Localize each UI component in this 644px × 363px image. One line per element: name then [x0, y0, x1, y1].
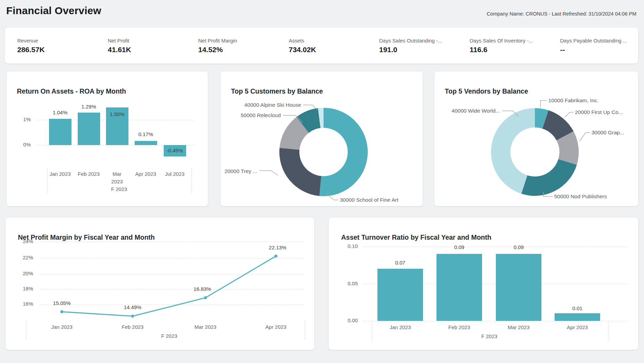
bar-Mar 2023[interactable]: [496, 254, 541, 321]
bar-value-label: 1.50%: [110, 111, 125, 117]
bar-value-label: 1.29%: [81, 104, 96, 109]
customers-donut-plot: 40000 Alpine Ski House50000 Relecloud200…: [221, 71, 423, 206]
financial-overview-dashboard: Financial Overview Company Name: CRONUS …: [0, 0, 644, 363]
kpi-label: Days Sales Outstanding -...: [379, 38, 457, 44]
kpi-net-profit[interactable]: Net Profit 41.61K: [95, 38, 186, 54]
kpi-days-sales-of-inventory[interactable]: Days Sales Of Inventory -... 116.6: [457, 38, 548, 54]
line-point-Apr 2023[interactable]: [275, 255, 278, 258]
y-axis-tick: 0.00: [329, 317, 358, 323]
bar-value-label: 1.04%: [53, 109, 68, 115]
donut-slice-label: 40000 Wide World...: [452, 108, 500, 114]
bar-Apr 2023[interactable]: [555, 313, 600, 321]
x-axis-label: 2023: [111, 179, 123, 184]
bar-Apr 2023[interactable]: [135, 141, 157, 145]
kpi-label: Net Profit Margin: [198, 38, 276, 44]
donut-slice-label: 20000 Trey ...: [224, 168, 257, 174]
x-axis-label: Apr 2023: [266, 324, 287, 330]
top-vendors-chart-card: Top 5 Vendors by Balance 10000 Fabrikam,…: [434, 71, 638, 206]
donut-slice-label: 30000 Grap...: [592, 130, 624, 135]
roa-plot: 1%0%1.04%1.29%1.50%0.17%-0.45%Jan 2023Fe…: [7, 71, 208, 206]
donut-chart: 40000 Alpine Ski House50000 Relecloud200…: [221, 71, 423, 206]
donut-slice-label: 20000 First Up Co...: [575, 109, 623, 115]
callout-line: [540, 101, 547, 107]
y-gridline: [363, 247, 628, 247]
line-point-Jan 2023[interactable]: [60, 310, 64, 313]
kpi-value: 734.02K: [289, 46, 367, 54]
y-axis-tick: 1%: [7, 116, 31, 122]
kpi-value: 41.61K: [108, 46, 186, 54]
x-axis-label: Jan 2023: [390, 324, 411, 330]
bar-value-label: 0.07: [395, 260, 405, 266]
fiscal-year-label: F 2023: [481, 333, 498, 339]
callout-line: [579, 133, 590, 141]
y-axis-tick: 0%: [7, 142, 31, 147]
y-axis-tick: 0.10: [329, 243, 358, 249]
donut-slice-30000 School of Fine Art[interactable]: [319, 108, 368, 196]
net-profit-margin-plot: 24%22%20%18%16%15.05%14.49%16.83%22.13%J…: [6, 218, 314, 350]
point-value-label: 14.49%: [124, 304, 142, 310]
donut-slice-label: 10000 Fabrikam, Inc.: [548, 97, 599, 103]
kpi-label: Revenue: [17, 38, 95, 44]
kpi-assets[interactable]: Assets 734.02K: [276, 38, 367, 54]
kpi-label: Assets: [289, 38, 367, 44]
line-series: [62, 256, 276, 316]
donut-chart: 10000 Fabrikam, Inc.20000 First Up Co...…: [434, 71, 638, 206]
kpi-net-profit-margin[interactable]: Net Profit Margin 14.52%: [186, 38, 276, 54]
line-chart: [6, 218, 314, 350]
donut-slice-label: 30000 School of Fine Art: [340, 197, 398, 203]
x-axis-label: Jan 2023: [51, 324, 73, 330]
page-title: Financial Overview: [6, 5, 101, 17]
kpi-label: Days Sales Of Inventory -...: [470, 38, 548, 44]
donut-slice-label: 50000 Relecloud: [241, 112, 281, 118]
kpi-revenue[interactable]: Revenue 286.57K: [5, 38, 95, 54]
bar-Feb 2023[interactable]: [78, 113, 100, 145]
bar-value-label: 0.09: [454, 244, 464, 250]
vendors-donut-plot: 10000 Fabrikam, Inc.20000 First Up Co...…: [434, 71, 638, 206]
donut-slice-label: 40000 Alpine Ski House: [244, 102, 301, 108]
net-profit-margin-chart-card: Net Profit Margin by Fiscal Year and Mon…: [6, 218, 314, 350]
kpi-label: Net Profit: [108, 38, 186, 44]
asset-turnover-plot: 0.100.050.000.070.090.090.01Jan 2023Feb …: [329, 218, 638, 350]
x-axis-label: Feb 2023: [448, 324, 470, 330]
kpi-label: Days Payable Outstanding ...: [560, 38, 638, 44]
point-value-label: 16.83%: [194, 286, 211, 292]
point-value-label: 22.13%: [269, 244, 287, 250]
bar-Jan 2023[interactable]: [377, 269, 423, 321]
kpi-value: 191.0: [379, 46, 457, 54]
x-axis-label: Feb 2023: [122, 324, 143, 330]
kpi-days-sales-outstanding[interactable]: Days Sales Outstanding -... 191.0: [367, 38, 457, 54]
fiscal-year-bracket: [305, 321, 305, 340]
donut-slice-20000 Trey ...[interactable]: [279, 148, 321, 196]
bar-Feb 2023[interactable]: [436, 254, 482, 321]
bar-value-label: 0.01: [572, 305, 582, 311]
bar-value-label: -0.45%: [166, 147, 183, 153]
fiscal-year-bracket: [47, 168, 47, 193]
bar-value-label: 0.17%: [138, 131, 153, 137]
x-axis-label: Mar 2023: [508, 324, 529, 330]
donut-slice-50000 Nod Publishers[interactable]: [521, 159, 577, 196]
kpi-value: --: [560, 46, 638, 54]
line-point-Mar 2023[interactable]: [204, 296, 207, 299]
asset-turnover-chart-card: Asset Turnover Ratio by Fiscal Year and …: [329, 218, 638, 350]
x-axis-label: Jan 2023: [49, 171, 71, 177]
fiscal-year-bracket: [191, 168, 192, 193]
x-axis-label: Jul 2023: [165, 171, 185, 177]
top-customers-chart-card: Top 5 Customers by Balance 40000 Alpine …: [221, 71, 423, 206]
x-axis-label: Mar 2023: [194, 324, 216, 330]
kpi-value: 286.57K: [17, 46, 95, 54]
line-point-Feb 2023[interactable]: [131, 315, 134, 318]
x-axis-label: Feb 2023: [78, 171, 99, 177]
header-meta: Company Name: CRONUS - Last Refreshed: 3…: [487, 11, 636, 17]
kpi-days-payable-outstanding[interactable]: Days Payable Outstanding ... --: [548, 38, 638, 54]
kpi-value: 116.6: [470, 46, 548, 54]
fiscal-year-bracket: [608, 322, 608, 342]
bar-Jan 2023[interactable]: [49, 119, 71, 145]
roa-chart-card: Return On Assets - ROA by Month 1%0%1.04…: [7, 71, 208, 206]
x-axis-label: Apr 2023: [135, 171, 156, 177]
callout-line: [259, 171, 278, 175]
fiscal-year-label: F 2023: [111, 186, 127, 192]
donut-slice-label: 50000 Nod Publishers: [554, 193, 607, 199]
fiscal-year-bracket: [372, 322, 372, 342]
fiscal-year-bracket: [26, 321, 26, 340]
kpi-value: 14.52%: [198, 46, 276, 54]
